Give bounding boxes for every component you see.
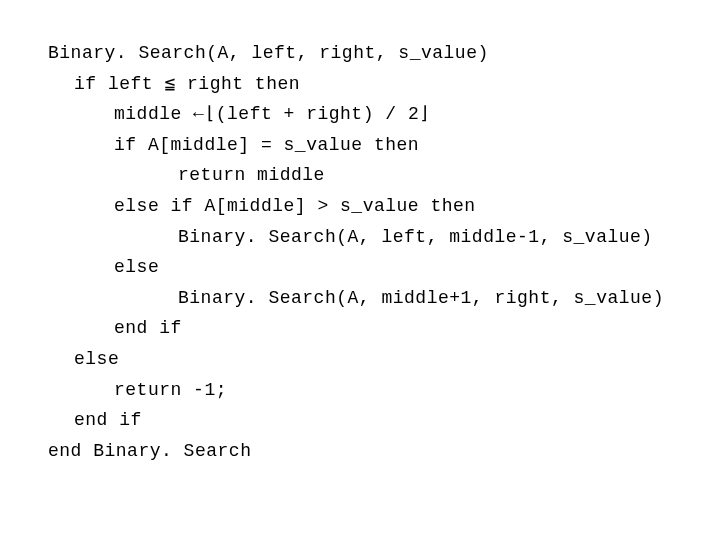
code-line-5: return middle	[48, 160, 720, 191]
code-line-2: if left ≦ right then	[48, 69, 720, 100]
code-line-4: if A[middle] = s_value then	[48, 130, 720, 161]
code-line-6: else if A[middle] > s_value then	[48, 191, 720, 222]
code-line-3: middle ←⌊(left + right) / 2⌋	[48, 99, 720, 130]
code-line-14: end Binary. Search	[48, 436, 720, 467]
code-line-7: Binary. Search(A, left, middle-1, s_valu…	[48, 222, 720, 253]
code-line-9: Binary. Search(A, middle+1, right, s_val…	[48, 283, 720, 314]
code-line-10: end if	[48, 313, 720, 344]
code-line-8: else	[48, 252, 720, 283]
code-line-12: return -1;	[48, 375, 720, 406]
pseudocode-block: Binary. Search(A, left, right, s_value) …	[0, 0, 720, 466]
code-line-1: Binary. Search(A, left, right, s_value)	[48, 38, 720, 69]
code-line-11: else	[48, 344, 720, 375]
code-line-13: end if	[48, 405, 720, 436]
